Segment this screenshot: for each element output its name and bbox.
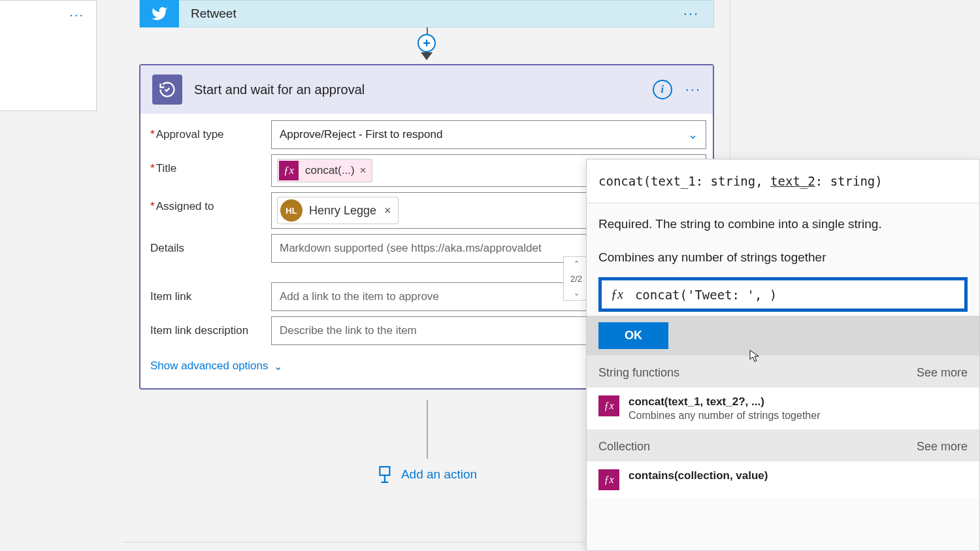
pager-down-icon[interactable]: ⌄ <box>574 289 580 297</box>
add-action-button[interactable]: Add an action <box>376 465 477 484</box>
approval-type-dropdown[interactable]: Approve/Reject - First to respond ⌄ <box>271 120 706 149</box>
flow-connector: + <box>139 27 714 64</box>
remove-person-icon[interactable]: × <box>384 204 391 218</box>
person-name: Henry Legge <box>309 204 376 218</box>
chevron-down-icon: ⌄ <box>688 127 698 142</box>
label-details: Details <box>147 234 271 255</box>
action-card-retweet[interactable]: Retweet ··· <box>139 0 714 27</box>
pager-control: ⌃ 2/2 ⌄ <box>563 256 589 301</box>
approval-icon <box>152 75 182 105</box>
ellipsis-icon[interactable]: ··· <box>685 81 701 98</box>
twitter-icon <box>140 0 179 27</box>
label-item-link-desc: Item link description <box>147 316 271 337</box>
add-action-icon <box>376 465 393 484</box>
approval-type-value: Approve/Reject - First to respond <box>280 128 442 141</box>
ellipsis-icon[interactable]: ··· <box>69 7 84 22</box>
expression-input[interactable] <box>635 288 955 302</box>
label-title: *Title <box>147 154 271 175</box>
fn-description: Combines any number of strings together <box>629 410 820 422</box>
retweet-title: Retweet <box>191 7 237 21</box>
svg-rect-0 <box>380 467 389 475</box>
fx-icon: ƒx <box>598 395 619 416</box>
label-assigned-to: *Assigned to <box>147 192 271 213</box>
function-description: Combines any number of strings together <box>598 248 968 267</box>
approval-header[interactable]: Start and wait for an approval i ··· <box>140 65 713 114</box>
side-panel-stub: ··· <box>0 0 97 111</box>
see-more-link[interactable]: See more <box>917 366 968 380</box>
show-advanced-options-link[interactable]: Show advanced options ⌄ <box>147 350 286 376</box>
token-text: concat(...) <box>305 164 355 177</box>
group-string-functions: String functions See more <box>587 356 979 388</box>
fn-item-contains[interactable]: ƒx contains(collection, value) <box>587 461 979 498</box>
label-item-link: Item link <box>147 282 271 303</box>
see-more-link[interactable]: See more <box>917 440 968 454</box>
function-signature: concat(text_1: string, text_2: string) <box>587 159 979 203</box>
pager-value: 2/2 <box>570 274 582 284</box>
chevron-down-icon: ⌄ <box>274 360 282 373</box>
info-icon[interactable]: i <box>653 80 672 99</box>
param-description: Required. The string to combine into a s… <box>598 215 968 234</box>
arrow-down-icon <box>421 52 433 60</box>
pager-up-icon[interactable]: ⌃ <box>574 259 580 268</box>
fn-item-concat[interactable]: ƒx concat(text_1, text_2?, ...) Combines… <box>587 388 979 429</box>
expression-token[interactable]: ƒx concat(...) × <box>277 159 372 182</box>
approval-title: Start and wait for an approval <box>194 82 365 97</box>
details-placeholder: Markdown supported (see https://aka.ms/a… <box>280 242 542 255</box>
group-collection: Collection See more <box>587 429 979 461</box>
fx-icon: ƒx <box>598 469 619 490</box>
add-step-button[interactable]: + <box>417 34 436 52</box>
fn-signature: contains(collection, value) <box>629 469 768 482</box>
person-pill[interactable]: HL Henry Legge × <box>277 197 399 224</box>
fn-signature: concat(text_1, text_2?, ...) <box>629 395 820 409</box>
avatar: HL <box>280 199 302 222</box>
expression-editor-popup: concat(text_1: string, text_2: string) R… <box>586 159 980 551</box>
ok-button[interactable]: OK <box>598 322 668 349</box>
fx-icon: ƒx <box>279 161 299 180</box>
item-link-desc-placeholder: Describe the link to the item <box>280 324 417 337</box>
expression-input-wrap: ƒx <box>598 277 968 312</box>
label-approval-type: *Approval type <box>147 120 271 141</box>
fx-icon: ƒx <box>611 287 623 302</box>
item-link-placeholder: Add a link to the item to approve <box>280 290 439 303</box>
ellipsis-icon[interactable]: ··· <box>683 5 699 22</box>
token-remove-icon[interactable]: × <box>360 164 367 177</box>
